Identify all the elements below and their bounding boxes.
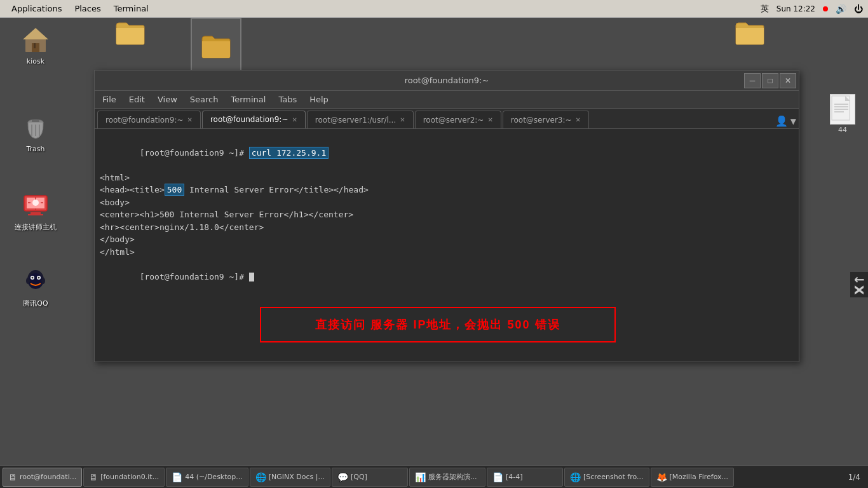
term-line-6: </body> — [100, 233, 794, 246]
menu-file[interactable]: File — [97, 93, 121, 105]
term-line-1: <html> — [100, 172, 794, 184]
svg-rect-11 — [31, 212, 41, 214]
kiosk-label: kiosk — [27, 57, 44, 65]
volume-icon[interactable]: 🔊 — [836, 4, 846, 14]
desktop-icon-kiosk[interactable]: kiosk — [10, 24, 61, 65]
taskbar-item-2[interactable]: 📄 44 (~/Desktop... — [166, 468, 248, 487]
taskbar-item-8[interactable]: 🦊 [Mozilla Firefox... — [651, 468, 735, 487]
desktop-folder1[interactable] — [105, 19, 156, 47]
taskbar-icon-8: 🦊 — [656, 472, 667, 482]
tab-1[interactable]: root@foundation9:~ ✕ — [202, 111, 306, 128]
folder2-icon — [201, 32, 231, 60]
annotation-box: 直接访问 服务器 IP地址，会抛出 500 错误 — [260, 307, 616, 342]
taskbar-icon-4: 💬 — [337, 472, 348, 482]
side-document[interactable]: 44 — [830, 94, 855, 134]
taskbar-icon-5: 📊 — [415, 472, 426, 482]
cursor-block — [249, 273, 254, 281]
taskbar-label-1: [foundation0.it... — [100, 473, 159, 481]
taskbar-label-3: [NGINX Docs |... — [269, 473, 325, 481]
taskbar-item-1[interactable]: 🖥 [foundation0.it... — [83, 468, 165, 487]
tab-user-icon[interactable]: 👤 — [775, 115, 788, 127]
menu-terminal[interactable]: Terminal — [226, 93, 271, 105]
menu-view[interactable]: View — [153, 93, 182, 105]
taskbar-item-6[interactable]: 📄 [4-4] — [487, 468, 563, 487]
tab-4-label: root@server3:~ — [511, 116, 572, 125]
term-line-5: <hr><center>nginx/1.18.0</center> — [100, 221, 794, 234]
power-icon[interactable]: ⏻ — [854, 4, 863, 14]
home-icon — [20, 24, 51, 55]
taskbar-page-indicator: 1/4 — [848, 473, 865, 482]
taskbar-item-3[interactable]: 🌐 [NGINX Docs |... — [250, 468, 330, 487]
tab-4[interactable]: root@server3:~ ✕ — [503, 111, 589, 128]
window-controls: ─ □ ✕ — [744, 73, 796, 88]
svg-point-18 — [32, 277, 34, 279]
taskbar-label-5: 服务器架构演... — [428, 472, 477, 482]
taskbar-label-8: [Mozilla Firefox... — [670, 473, 729, 481]
desktop-icon-trash[interactable]: Trash — [10, 112, 61, 153]
term-line-prompt: [root@foundation9 ~]# — [100, 258, 794, 295]
taskbar-item-4[interactable]: 💬 [QQ] — [332, 468, 408, 487]
taskbar-label-4: [QQ] — [351, 473, 367, 481]
taskbar-label-7: [Screenshot fro... — [583, 473, 644, 481]
menu-terminal[interactable]: Terminal — [107, 3, 155, 15]
taskbar-icon-6: 📄 — [492, 472, 503, 482]
tab-4-close[interactable]: ✕ — [576, 116, 581, 123]
term-prompt-0: [root@foundation9 ~]# — [140, 148, 249, 158]
qq-label: 腾讯QQ — [23, 299, 48, 308]
tab-dropdown-icon[interactable]: ▼ — [790, 117, 796, 126]
tab-0-label: root@foundation9:~ — [105, 116, 184, 125]
menu-applications[interactable]: Applications — [5, 3, 68, 15]
desktop-icon-qq[interactable]: 腾讯QQ — [10, 266, 61, 308]
connect-label: 连接讲师主机 — [15, 222, 57, 232]
notification-dot — [823, 6, 828, 11]
trash-icon — [20, 112, 51, 142]
taskbar-label-0: root@foundati... — [20, 473, 76, 481]
svg-rect-3 — [34, 43, 36, 48]
taskbar-item-0[interactable]: 🖥 root@foundati... — [3, 468, 82, 487]
menu-edit[interactable]: Edit — [124, 93, 150, 105]
menu-tabs[interactable]: Tabs — [273, 93, 302, 105]
taskbar-icon-7: 🌐 — [570, 472, 581, 482]
terminal-menubar: File Edit View Search Terminal Tabs Help — [95, 91, 799, 109]
minimize-button[interactable]: ─ — [744, 73, 761, 88]
tab-2-label: root@server1:/usr/l... — [315, 116, 396, 125]
tab-1-label: root@foundation9:~ — [210, 115, 288, 124]
term-line-3: <body> — [100, 196, 794, 209]
taskbar-icon-1: 🖥 — [89, 472, 98, 482]
desktop-icon-connect[interactable]: 连接讲师主机 — [10, 189, 61, 232]
desktop-folder2-active[interactable] — [191, 18, 241, 75]
menu-search[interactable]: Search — [185, 93, 224, 105]
qq-icon — [20, 266, 51, 296]
tab-3-label: root@server2:~ — [423, 116, 484, 125]
tab-0-close[interactable]: ✕ — [187, 116, 193, 123]
svg-rect-8 — [32, 119, 39, 122]
tab-1-close[interactable]: ✕ — [292, 116, 297, 123]
tab-3-close[interactable]: ✕ — [487, 116, 492, 123]
desktop-folder-right[interactable] — [724, 19, 775, 47]
tab-2-close[interactable]: ✕ — [400, 116, 405, 123]
svg-point-19 — [38, 277, 40, 279]
svg-point-15 — [29, 273, 43, 288]
term-500: 500 — [165, 184, 184, 196]
desktop: kiosk Trash 连接讲师主机 — [0, 18, 868, 488]
maximize-button[interactable]: □ — [762, 73, 778, 88]
tab-3[interactable]: root@server2:~ ✕ — [415, 111, 501, 128]
terminal-window: root@foundation9:~ ─ □ ✕ File Edit View … — [94, 70, 799, 362]
terminal-tabs: root@foundation9:~ ✕ root@foundation9:~ … — [95, 109, 799, 129]
term-cmd-highlight: curl 172.25.9.1 — [249, 147, 329, 159]
terminal-title: root@foundation9:~ — [405, 76, 489, 85]
tab-0[interactable]: root@foundation9:~ ✕ — [97, 111, 201, 128]
menu-help[interactable]: Help — [304, 93, 334, 105]
taskbar-icon-2: 📄 — [172, 472, 182, 482]
close-button[interactable]: ✕ — [780, 73, 796, 88]
terminal-content[interactable]: [root@foundation9 ~]# curl 172.25.9.1 <h… — [95, 129, 799, 362]
term-line-7: </html> — [100, 246, 794, 259]
taskbar-item-7[interactable]: 🌐 [Screenshot fro... — [564, 468, 649, 487]
term-prompt-end: [root@foundation9 ~]# — [140, 272, 249, 281]
menu-places[interactable]: Places — [68, 3, 107, 15]
top-menubar: Applications Places Terminal 英 Sun 12:22… — [0, 0, 868, 18]
tab-2[interactable]: root@server1:/usr/l... ✕ — [307, 111, 414, 128]
taskbar-item-5[interactable]: 📊 服务器架构演... — [409, 468, 485, 487]
taskbar-label-2: 44 (~/Desktop... — [185, 473, 243, 481]
term-line-4: <center><h1>500 Internal Server Error</h… — [100, 208, 794, 221]
